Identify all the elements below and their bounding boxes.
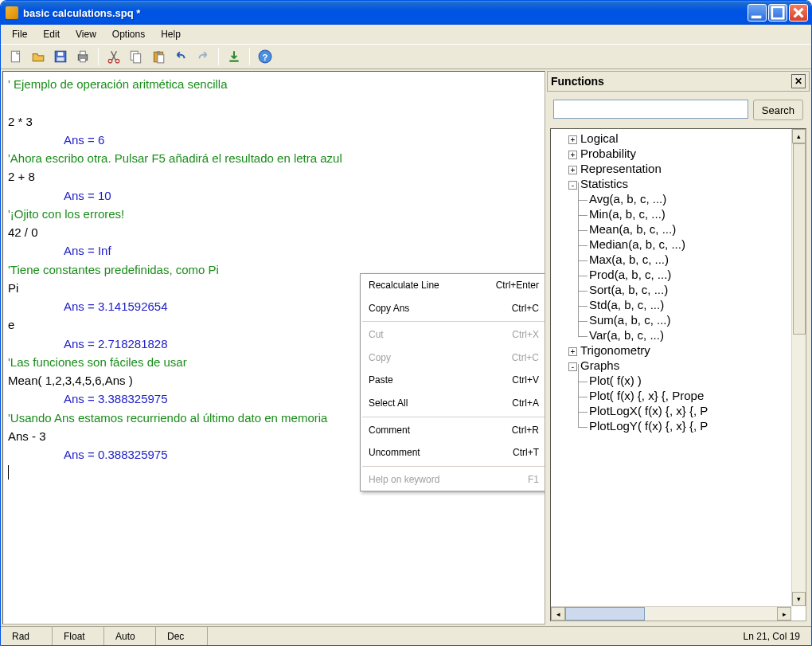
tree-toggle-icon[interactable]: - [568,181,577,190]
menu-edit[interactable]: Edit [35,26,68,42]
tree-category[interactable]: +Representation [568,161,791,176]
horizontal-scrollbar[interactable]: ◂ ▸ [551,606,791,621]
text-cursor [8,465,9,480]
editor-line[interactable]: Ans = 10 [8,186,540,205]
svg-text:?: ? [263,53,268,62]
menu-file[interactable]: File [4,26,35,42]
print-icon[interactable] [72,46,93,67]
panel-close-button[interactable]: ✕ [791,74,806,88]
tree-category[interactable]: +Logical [568,131,791,146]
tree-function-item[interactable]: Sort(a, b, c, ...) [589,282,791,297]
main-area: ' Ejemplo de operación aritmética sencil… [1,69,811,626]
menu-divider [362,321,545,322]
tree-category-label[interactable]: Trigonometry [580,343,650,357]
functions-panel: Functions ✕ Search +Logical+Probability+… [547,71,810,624]
menu-item-shortcut: Ctrl+T [513,445,539,460]
tree-toggle-icon[interactable]: - [568,362,577,371]
search-input[interactable] [553,100,748,119]
editor-line[interactable]: 2 * 3 [8,112,540,131]
editor-line[interactable]: '¡Ojito con los errores! [8,205,540,223]
status-base[interactable]: Dec [156,627,208,645]
editor-line[interactable]: 2 + 8 [8,167,540,186]
titlebar[interactable]: basic calculations.spq * [1,1,811,25]
tree-function-item[interactable]: PlotLogX( f(x) {, x} {, P [589,403,791,418]
context-menu: Recalculate LineCtrl+EnterCopy AnsCtrl+C… [360,273,545,491]
hscroll-thumb[interactable] [565,607,645,621]
tree-inner[interactable]: +Logical+Probability+Representation-Stat… [554,131,806,606]
tree-toggle-icon[interactable]: + [568,166,577,174]
search-button[interactable]: Search [753,100,803,120]
editor-line[interactable]: 'Ahora escribo otra. Pulsar F5 añadirá e… [8,149,540,167]
svg-rect-5 [57,57,64,61]
cut-icon[interactable] [103,46,124,67]
editor-line[interactable]: Ans = Inf [8,241,540,260]
svg-rect-16 [229,61,238,62]
run-icon[interactable] [224,46,244,67]
tree-category[interactable]: -Statistics [568,176,791,191]
maximize-button[interactable] [768,4,787,22]
status-float[interactable]: Float [53,627,104,645]
scroll-left-button[interactable]: ◂ [551,607,565,621]
tree-category-label[interactable]: Statistics [580,177,628,190]
editor[interactable]: ' Ejemplo de operación aritmética sencil… [2,71,545,624]
tree-function-item[interactable]: Median(a, b, c, ...) [589,237,791,252]
tree-category-label[interactable]: Graphs [580,358,619,372]
status-angle[interactable]: Rad [1,627,53,645]
context-menu-item[interactable]: Copy AnsCtrl+C [361,297,545,320]
editor-line[interactable]: Ans = 6 [8,131,540,149]
editor-line[interactable]: 42 / 0 [8,223,540,241]
status-auto[interactable]: Auto [104,627,156,645]
tree-category[interactable]: +Trigonometry [568,343,791,358]
scroll-down-button[interactable]: ▾ [792,592,806,606]
tree-toggle-icon[interactable]: + [568,347,577,356]
tree-category-label[interactable]: Representation [580,162,662,175]
scroll-thumb[interactable] [793,143,806,335]
menu-help[interactable]: Help [153,26,189,42]
tree-category[interactable]: +Probability [568,146,791,161]
tree-function-item[interactable]: Var(a, b, c, ...) [589,327,791,343]
context-menu-item[interactable]: Select AllCtrl+A [361,392,545,415]
function-tree: +Logical+Probability+Representation-Stat… [550,128,806,621]
tree-category[interactable]: -Graphs [568,358,791,373]
tree-function-item[interactable]: Plot( f(x) {, x} {, Prope [589,388,791,403]
context-menu-item[interactable]: Recalculate LineCtrl+Enter [361,274,545,297]
editor-line[interactable]: ' Ejemplo de operación aritmética sencil… [8,75,540,93]
scroll-right-button[interactable]: ▸ [777,607,791,621]
redo-icon[interactable] [193,46,213,67]
save-icon[interactable] [50,46,71,67]
tree-category-label[interactable]: Logical [580,131,619,145]
svg-rect-1 [772,7,783,18]
new-icon[interactable] [6,46,26,67]
menu-options[interactable]: Options [104,26,153,42]
context-menu-item[interactable]: CommentCtrl+R [361,419,545,442]
tree-function-item[interactable]: Plot( f(x) ) [589,373,791,388]
editor-line[interactable] [8,93,540,112]
status-position: Ln 21, Col 19 [732,627,811,645]
copy-icon[interactable] [126,46,146,67]
scroll-up-button[interactable]: ▴ [792,129,806,143]
svg-point-10 [115,59,119,63]
tree-toggle-icon[interactable]: + [568,151,577,159]
tree-function-item[interactable]: Mean(a, b, c, ...) [589,221,791,237]
paste-icon[interactable] [148,46,169,67]
minimize-button[interactable] [748,4,767,22]
open-icon[interactable] [28,46,49,67]
tree-function-item[interactable]: Sum(a, b, c, ...) [589,312,791,327]
menu-view[interactable]: View [68,26,104,42]
tree-toggle-icon[interactable]: + [568,135,577,144]
undo-icon[interactable] [170,46,191,67]
svg-rect-15 [158,55,164,63]
tree-category-label[interactable]: Probability [580,147,636,160]
tree-function-item[interactable]: PlotLogY( f(x) {, x} {, P [589,418,791,433]
context-menu-item[interactable]: UncommentCtrl+T [361,441,545,464]
tree-function-item[interactable]: Prod(a, b, c, ...) [589,267,791,282]
menu-item-label: Copy Ans [369,301,512,316]
tree-function-item[interactable]: Std(a, b, c, ...) [589,297,791,312]
tree-function-item[interactable]: Avg(a, b, c, ...) [589,191,791,206]
vertical-scrollbar[interactable]: ▴ ▾ [791,129,806,606]
tree-function-item[interactable]: Min(a, b, c, ...) [589,206,791,221]
tree-function-item[interactable]: Max(a, b, c, ...) [589,252,791,267]
context-menu-item[interactable]: PasteCtrl+V [361,369,545,392]
close-button[interactable] [789,4,808,22]
help-icon[interactable]: ? [255,46,275,67]
